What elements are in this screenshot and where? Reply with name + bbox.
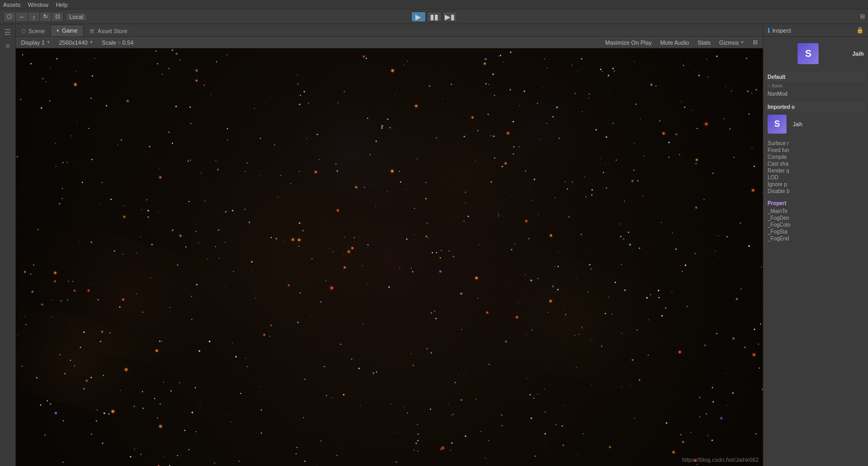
inspector-panel: ℹ Inspect 🔒 S Jaih Default	[763, 24, 868, 466]
tool-btn-3[interactable]: ↕	[28, 12, 40, 22]
game-canvas: https://blog.csdn.net/Jaihk662	[16, 48, 763, 466]
scale-label: Scale	[102, 39, 117, 46]
mute-label: Mute Audio	[660, 39, 689, 46]
scene-tab-icon: ⬡	[22, 28, 26, 34]
center-area: ⬡ Scene ● Game 🛒 Asset Store Display 1 ▼…	[16, 24, 763, 466]
play-button[interactable]: ▶	[411, 12, 426, 22]
sidebar-toggle-icon[interactable]: ≡	[2, 40, 14, 52]
toolbar: ⬡ ↔ ↕ ↻ ⊡ Local ▶ ▮▮ ▶▮ ⊟	[0, 9, 868, 24]
prop-fog-col: _FogColo	[765, 221, 866, 228]
asset-name: Jaih	[852, 50, 864, 57]
tab-scene-label: Scene	[28, 28, 45, 34]
tool-btn-5[interactable]: ⊡	[52, 12, 63, 22]
tab-scene[interactable]: ⬡ Scene	[16, 25, 50, 36]
nonmod-label: NonMod	[768, 91, 788, 97]
inspector-main-asset: S Jaih	[765, 39, 866, 68]
gizmos-label: Gizmos	[719, 39, 739, 46]
resolution-label: 2560x1440	[59, 39, 87, 46]
display-arrow-icon: ▼	[46, 40, 50, 45]
menu-bar: Assets Window Help	[0, 0, 868, 9]
prop-fog-sta: _FogSta	[765, 228, 866, 235]
tool-group-1: ⬡ ↔ ↕ ↻ ⊡	[3, 12, 64, 22]
collapse-right-btn[interactable]: ⊟	[751, 38, 760, 47]
imported-title: Imported o	[765, 103, 866, 112]
inspector-default-section: Default ○ Base NonMod	[765, 73, 866, 98]
prop-ignore: Ignore p	[765, 181, 866, 188]
tool-btn-1[interactable]: ⬡	[4, 12, 16, 22]
base-text: Base	[772, 83, 783, 88]
inspector-imported-section: Imported o S Jaih	[765, 103, 866, 136]
maximize-btn[interactable]: Maximize On Play	[603, 38, 654, 47]
main-layout: ☰ ≡ ⬡ Scene ● Game 🛒 Asset Store Display…	[0, 24, 868, 466]
mute-btn[interactable]: Mute Audio	[658, 38, 691, 47]
starfield-canvas	[16, 48, 763, 466]
resolution-arrow-icon: ▼	[89, 40, 94, 45]
base-dot: ○	[768, 83, 770, 88]
prop-main-tex: _MainTe	[765, 208, 866, 215]
asset-name-area: Jaih	[852, 50, 864, 57]
sidebar-hierarchy-icon[interactable]: ☰	[2, 26, 14, 38]
asset-letter: S	[805, 48, 811, 59]
step-button[interactable]: ▶▮	[443, 12, 457, 22]
inspector-header: ℹ Inspect 🔒	[763, 24, 868, 37]
menu-assets[interactable]: Assets	[3, 2, 21, 8]
prop-fixed-func: Fixed fun	[765, 147, 866, 154]
nonmod-row: NonMod	[765, 89, 866, 98]
propert-label: Propert	[765, 199, 866, 208]
info-icon: ℹ	[768, 27, 770, 34]
maximize-label: Maximize On Play	[605, 39, 652, 46]
inspector-title: Inspect	[772, 27, 791, 34]
imported-asset-icon: S	[768, 115, 787, 134]
toolbar-left: ⬡ ↔ ↕ ↻ ⊡ Local	[3, 12, 87, 22]
scale-control[interactable]: Scale ○ 0.54	[100, 38, 136, 47]
tab-asset-store[interactable]: 🛒 Asset Store	[84, 25, 134, 36]
default-title: Default	[765, 73, 866, 82]
imported-letter: S	[774, 119, 780, 129]
menu-window[interactable]: Window	[28, 2, 48, 8]
inspector-properties: Surface r Fixed fun Compile Cast sha Ren…	[765, 140, 866, 195]
prop-surface: Surface r	[765, 140, 866, 147]
tab-bar: ⬡ Scene ● Game 🛒 Asset Store	[16, 24, 763, 37]
stats-btn[interactable]: Stats	[696, 38, 713, 47]
base-label: ○ Base	[765, 83, 866, 89]
lock-icon[interactable]: 🔒	[856, 27, 864, 34]
game-toolbar: Display 1 ▼ 2560x1440 ▼ Scale ○ 0.54 Max…	[16, 37, 763, 48]
game-tab-icon: ●	[56, 28, 59, 33]
collapse-icon: ⊟	[753, 39, 758, 46]
prop-render: Render q	[765, 167, 866, 174]
pause-button[interactable]: ▮▮	[427, 12, 442, 22]
play-controls: ▶ ▮▮ ▶▮	[411, 12, 457, 22]
gizmos-arrow-icon: ▼	[740, 40, 744, 45]
imported-name: Jaih	[793, 121, 802, 127]
toolbar-right: ⊟	[860, 13, 865, 20]
tool-btn-4[interactable]: ↻	[40, 12, 52, 22]
scale-value: 0.54	[122, 39, 134, 46]
asset-store-tab-icon: 🛒	[89, 28, 95, 34]
asset-preview-icon: S	[798, 43, 819, 64]
gizmos-btn[interactable]: Gizmos ▼	[717, 38, 747, 47]
prop-disable: Disable b	[765, 188, 866, 195]
display-label: Display 1	[21, 39, 45, 46]
tab-asset-store-label: Asset Store	[98, 28, 128, 34]
display-dropdown[interactable]: Display 1 ▼	[19, 38, 53, 47]
prop-compiled: Compile	[765, 154, 866, 160]
tool-btn-2[interactable]: ↔	[16, 12, 28, 22]
scale-icon: ○	[118, 40, 120, 45]
tab-game-label: Game	[62, 27, 78, 34]
tab-game[interactable]: ● Game	[50, 25, 83, 36]
inspector-body: S Jaih Default ○ Base NonMod	[763, 37, 868, 466]
prop-fog-den: _FogDen	[765, 215, 866, 221]
left-panel: ☰ ≡	[0, 24, 16, 466]
inspector-sub-properties: Propert _MainTe _FogDen _FogColo _FogSta…	[765, 199, 866, 242]
prop-cast-sha: Cast sha	[765, 160, 866, 167]
imported-asset-row: S Jaih	[765, 113, 866, 136]
local-dropdown[interactable]: Local	[66, 13, 87, 21]
game-toolbar-right: Maximize On Play Mute Audio Stats Gizmos…	[603, 38, 760, 47]
collapse-btn[interactable]: ⊟	[860, 13, 865, 20]
asset-header-row: S Jaih	[765, 39, 866, 68]
prop-lod: LOD	[765, 174, 866, 181]
prop-fog-end: _FogEnd	[765, 235, 866, 242]
resolution-dropdown[interactable]: 2560x1440 ▼	[57, 38, 95, 47]
menu-help[interactable]: Help	[56, 2, 68, 8]
stats-label: Stats	[698, 39, 711, 46]
